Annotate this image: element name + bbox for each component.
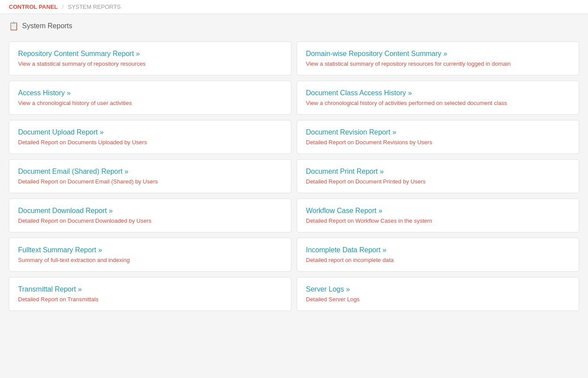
report-card-description: View a chronological history of activiti…: [306, 100, 570, 106]
report-card[interactable]: Domain-wise Repository Content Summary »…: [297, 41, 579, 75]
report-card[interactable]: Workflow Case Report »Detailed Report on…: [297, 198, 579, 232]
report-card[interactable]: Document Print Report »Detailed Report o…: [297, 159, 579, 193]
report-card-description: View a chronological history of user act…: [18, 100, 282, 106]
report-card-title: Document Class Access History »: [306, 89, 570, 97]
report-card[interactable]: Incomplete Data Report »Detailed report …: [297, 238, 579, 272]
page-header: 📋 System Reports: [9, 21, 579, 34]
report-card-description: Detailed report on incomplete data: [306, 257, 570, 263]
report-card-title: Document Revision Report »: [306, 128, 570, 136]
report-card-title: Document Download Report »: [18, 207, 282, 215]
report-card-description: View a statistical summary of repository…: [306, 60, 570, 67]
breadcrumb: CONTROL PANEL / SYSTEM REPORTS: [0, 0, 588, 14]
report-card-description: View a statistical summary of repository…: [18, 60, 282, 67]
report-card-title: Access History »: [18, 89, 282, 97]
report-card-title: Transmittal Report »: [18, 285, 282, 293]
report-card[interactable]: Document Upload Report »Detailed Report …: [9, 120, 291, 154]
page-title: System Reports: [22, 22, 72, 30]
page-container: 📋 System Reports Repository Content Summ…: [0, 14, 588, 318]
report-card[interactable]: Server Logs »Detailed Server Logs: [297, 277, 579, 311]
report-card-description: Detailed Report on Document Revisions by…: [306, 139, 570, 146]
breadcrumb-current: SYSTEM REPORTS: [68, 4, 121, 10]
report-card-title: Document Email (Shared) Report »: [18, 168, 282, 176]
report-card-title: Server Logs »: [306, 285, 570, 293]
report-card-title: Incomplete Data Report »: [306, 246, 570, 254]
report-card[interactable]: Document Revision Report »Detailed Repor…: [297, 120, 579, 154]
report-card-title: Fulltext Summary Report »: [18, 246, 282, 254]
report-card-description: Detailed Report on Documents Uploaded by…: [18, 139, 282, 146]
report-card-title: Document Upload Report »: [18, 128, 282, 136]
report-card-title: Workflow Case Report »: [306, 207, 570, 215]
reports-grid: Repository Content Summary Report »View …: [9, 41, 579, 311]
report-card-description: Detailed Report on Document Downloaded b…: [18, 217, 282, 224]
report-card-description: Detailed Report on Document Printed by U…: [306, 178, 570, 185]
report-card[interactable]: Repository Content Summary Report »View …: [9, 41, 291, 75]
report-card-description: Detailed Report on Document Email (Share…: [18, 178, 282, 185]
report-card-description: Detailed Report on Workflow Cases in the…: [306, 217, 570, 224]
report-card[interactable]: Document Download Report »Detailed Repor…: [9, 198, 291, 232]
breadcrumb-separator: /: [62, 4, 64, 10]
report-card[interactable]: Document Class Access History »View a ch…: [297, 81, 579, 115]
report-card-description: Detailed Server Logs: [306, 296, 570, 303]
report-card-title: Domain-wise Repository Content Summary »: [306, 50, 570, 58]
system-reports-icon: 📋: [9, 21, 19, 31]
report-card-description: Summary of full-text extraction and inde…: [18, 257, 282, 263]
report-card[interactable]: Transmittal Report »Detailed Report on T…: [9, 277, 291, 311]
report-card[interactable]: Document Email (Shared) Report »Detailed…: [9, 159, 291, 193]
report-card-title: Document Print Report »: [306, 168, 570, 176]
report-card[interactable]: Fulltext Summary Report »Summary of full…: [9, 238, 291, 272]
breadcrumb-control-panel[interactable]: CONTROL PANEL: [9, 4, 58, 10]
report-card-description: Detailed Report on Transmittals: [18, 296, 282, 303]
report-card[interactable]: Access History »View a chronological his…: [9, 81, 291, 115]
report-card-title: Repository Content Summary Report »: [18, 50, 282, 58]
